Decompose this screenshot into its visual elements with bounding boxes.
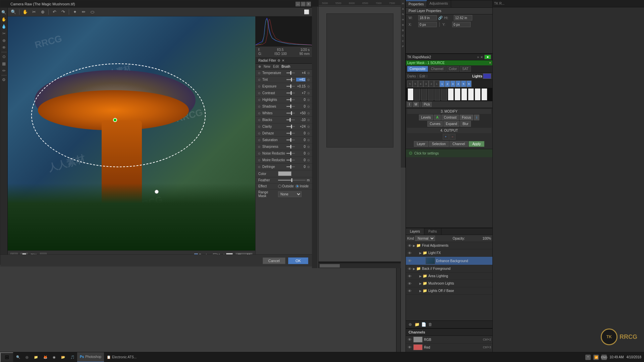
slider-track-12[interactable]: [286, 153, 295, 154]
slider-right-icon-10[interactable]: ⊙: [306, 138, 311, 142]
taskbar-electronic[interactable]: 📋 Electronic ATS...: [104, 352, 139, 362]
output-plus-button[interactable]: +: [443, 134, 449, 140]
channel-tab[interactable]: Channel: [429, 66, 446, 72]
slider-right-icon-7[interactable]: ⊙: [306, 118, 311, 122]
hand-tool[interactable]: ✋: [21, 8, 29, 16]
layers-tab[interactable]: Layers: [406, 228, 424, 235]
expand-arrow-4[interactable]: ▶: [413, 267, 415, 270]
ok-button[interactable]: OK: [288, 257, 308, 264]
taskbar-photoshop[interactable]: Ps Photoshop: [77, 352, 104, 362]
eye-icon-7[interactable]: 👁: [407, 289, 412, 293]
tk-status-indicator[interactable]: ■: [484, 55, 491, 59]
brush2-icon-button[interactable]: B: [401, 28, 405, 32]
slider-left-icon-12[interactable]: ⊙: [257, 151, 262, 156]
edge-pin[interactable]: [155, 190, 159, 194]
expand-arrow-1[interactable]: ▶: [413, 244, 415, 247]
blend-mode-select[interactable]: Normal: [415, 236, 435, 241]
spot-removal-button[interactable]: ⊕: [1, 37, 7, 44]
layer-row-mushroom-lights[interactable]: 👁 ▶ 📁 Mushroom Lights: [406, 280, 492, 287]
slider-right-icon-2[interactable]: ⊙: [306, 84, 311, 89]
slider-track-3[interactable]: [286, 93, 295, 94]
x-input[interactable]: [418, 22, 437, 27]
cancel-button[interactable]: Cancel: [263, 257, 285, 264]
eye-icon-5[interactable]: 👁: [407, 274, 412, 279]
layer-row-enhance-bg[interactable]: 👁 Enhance Background: [406, 257, 492, 265]
taskbar-chrome[interactable]: ◉: [50, 352, 58, 362]
new-option-button[interactable]: New: [264, 65, 270, 68]
light-key-5[interactable]: 5: [461, 80, 466, 87]
rotate-left-tool[interactable]: ↶: [51, 8, 58, 16]
channel-tab[interactable]: Channel: [449, 141, 468, 147]
slider-track-4[interactable]: [286, 99, 295, 100]
open-image-button[interactable]: 🔍: [10, 8, 17, 16]
inside-option[interactable]: Inside: [296, 184, 309, 188]
slider-left-icon-8[interactable]: ⊙: [257, 124, 262, 129]
eye-icon-red[interactable]: 👁: [407, 345, 412, 350]
char-icon-button[interactable]: C: [401, 39, 405, 43]
navigator-icon-button[interactable]: N: [401, 12, 405, 16]
histor-icon-button[interactable]: H: [401, 17, 405, 21]
link-icon[interactable]: 🔗: [438, 16, 443, 20]
light-key-4[interactable]: 4: [455, 80, 461, 87]
h-scroll-thumb[interactable]: [320, 264, 340, 267]
i-button[interactable]: I: [407, 102, 412, 107]
slider-track-1[interactable]: [286, 79, 295, 80]
light-key-6[interactable]: 6: [466, 80, 472, 87]
expand-button[interactable]: Expand: [443, 121, 460, 127]
layer-row-area-lighting[interactable]: 👁 ▶ 📁 Area Lighting: [406, 273, 492, 280]
slider-left-icon-9[interactable]: ⊙: [257, 131, 262, 136]
new-group-button[interactable]: 📁: [414, 321, 420, 327]
slider-track-13[interactable]: [286, 160, 295, 161]
oval-tool[interactable]: ⬭: [89, 8, 96, 16]
slider-right-icon-1[interactable]: ⊙: [306, 77, 311, 82]
slider-right-icon-0[interactable]: ⊙: [306, 71, 311, 75]
dark-key-3[interactable]: 3: [423, 80, 429, 87]
a-button[interactable]: A: [434, 115, 441, 120]
slider-left-icon-1[interactable]: ⊙: [257, 77, 262, 82]
radial-filter-close-button[interactable]: ✕: [282, 59, 284, 62]
taskbar-cortana[interactable]: ◎: [23, 352, 31, 362]
draw-tool[interactable]: ✏: [80, 8, 87, 16]
dark-key-1[interactable]: 1: [434, 80, 439, 87]
eye-icon-6[interactable]: 👁: [407, 281, 412, 286]
taskbar-search[interactable]: 🔍: [13, 352, 23, 362]
eye-icon-3[interactable]: 👁: [407, 258, 412, 263]
slider-track-14[interactable]: [286, 166, 295, 167]
slider-right-icon-8[interactable]: ⊙: [306, 124, 311, 129]
h-scrollbar[interactable]: [319, 263, 401, 268]
layer-row-lights-off-base[interactable]: 👁 ▶ 📁 Lights Off // Base: [406, 287, 492, 295]
layer-row-light-fx[interactable]: 👁 ▶ 📁 Light FX: [406, 249, 492, 257]
taskbar-music[interactable]: 🎵: [68, 352, 77, 362]
slider-right-icon-12[interactable]: ⊙: [306, 151, 311, 156]
edit-option-button[interactable]: Edit: [273, 65, 279, 68]
maximize-button[interactable]: □: [301, 2, 306, 6]
curves-button[interactable]: Curves: [427, 121, 443, 127]
layer-tab[interactable]: Layer: [414, 141, 428, 147]
eye-icon-2[interactable]: 👁: [407, 251, 412, 255]
layer-filter-button[interactable]: ⊕: [407, 321, 413, 327]
channel-row-rgb[interactable]: 👁 RGB Ctrl+2: [406, 336, 492, 344]
layer-row-final-adjustments[interactable]: 👁 ▶ 📁 Final Adjustments: [406, 242, 492, 249]
crop-tool-button[interactable]: ✂: [1, 30, 7, 37]
center-pin[interactable]: [113, 118, 117, 122]
eye-icon-4[interactable]: 👁: [407, 266, 412, 271]
tray-icon-1[interactable]: ^: [585, 355, 591, 360]
slider-track-8[interactable]: [286, 126, 295, 127]
slider-right-icon-14[interactable]: ⊙: [306, 165, 311, 169]
slider-right-icon-5[interactable]: ⊙: [306, 104, 311, 109]
width-input[interactable]: [418, 15, 437, 20]
tk-close-button[interactable]: ✕: [480, 55, 483, 59]
slider-track-7[interactable]: [286, 119, 295, 120]
composite-tab[interactable]: Composite: [407, 66, 428, 72]
height-input[interactable]: [454, 15, 472, 20]
light-key-1[interactable]: 1: [439, 80, 445, 87]
y-input[interactable]: [452, 22, 471, 27]
focus-button[interactable]: Focus: [460, 115, 473, 120]
light-key-2[interactable]: 2: [445, 80, 450, 87]
slider-left-icon-14[interactable]: ⊙: [257, 165, 262, 169]
layer-row-back-fg[interactable]: 👁 ▶ 📁 Back // Foreground: [406, 265, 492, 273]
rotate-right-tool[interactable]: ↷: [59, 8, 67, 16]
settings-button[interactable]: ⚙: [1, 76, 7, 83]
slider-right-icon-13[interactable]: ⊙: [306, 158, 311, 163]
start-button[interactable]: ⊞: [0, 352, 13, 362]
